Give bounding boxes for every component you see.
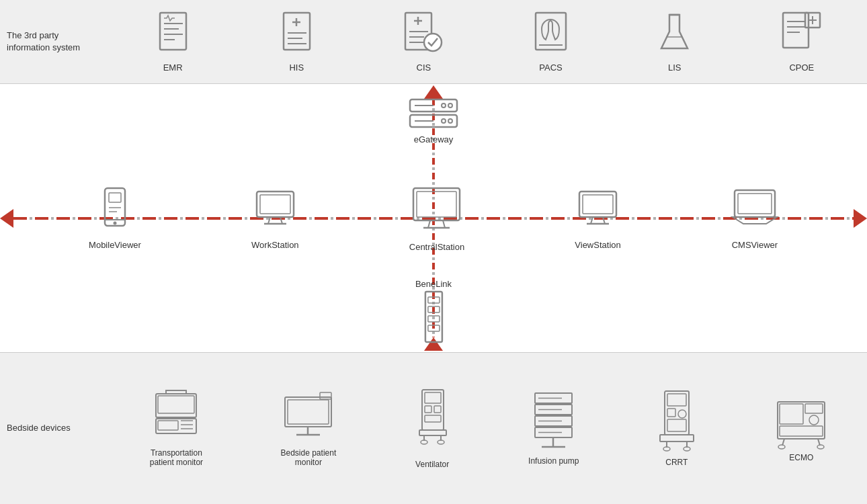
arrow-left-icon bbox=[0, 209, 13, 228]
svg-rect-18 bbox=[536, 13, 566, 50]
svg-point-115 bbox=[778, 445, 785, 449]
cis-icon bbox=[402, 11, 446, 58]
svg-point-35 bbox=[442, 119, 446, 123]
workstation-icon bbox=[253, 186, 297, 233]
svg-point-34 bbox=[448, 119, 452, 123]
svg-rect-100 bbox=[667, 409, 675, 417]
egateway-label: eGateway bbox=[414, 134, 454, 144]
svg-rect-109 bbox=[780, 404, 803, 424]
cpoe-label: CPOE bbox=[789, 62, 814, 73]
middle-section: eGateway BeneLink M bbox=[0, 84, 867, 353]
top-section: The 3rd partyinformation system EMR bbox=[0, 0, 867, 84]
cis-label: CIS bbox=[417, 62, 431, 73]
cms-viewer-label: CMSViewer bbox=[732, 240, 778, 250]
mobile-viewer-label: MobileViewer bbox=[89, 240, 141, 250]
icon-ventilator: Ventilator bbox=[414, 388, 451, 469]
svg-rect-73 bbox=[285, 397, 331, 427]
svg-rect-63 bbox=[735, 190, 775, 217]
svg-rect-103 bbox=[660, 435, 694, 442]
emr-label: EMR bbox=[163, 62, 183, 73]
svg-line-56 bbox=[443, 220, 445, 228]
icon-item-cis: CIS bbox=[402, 11, 446, 73]
top-section-label: The 3rd partyinformation system bbox=[0, 30, 111, 54]
view-station-icon bbox=[576, 186, 620, 233]
workstation-label: WorkStation bbox=[251, 240, 299, 250]
lis-label: LIS bbox=[668, 62, 682, 73]
ecmo-icon bbox=[774, 395, 828, 449]
svg-rect-59 bbox=[583, 195, 613, 214]
egateway-icon bbox=[407, 96, 460, 133]
egateway-area: eGateway bbox=[407, 96, 460, 144]
bottom-section: Bedside devices Transportationpatient mo… bbox=[0, 353, 867, 504]
svg-rect-40 bbox=[428, 316, 440, 322]
icon-crrt: CRRT bbox=[657, 390, 697, 467]
svg-point-17 bbox=[424, 34, 442, 51]
svg-point-30 bbox=[448, 103, 452, 108]
lis-icon bbox=[656, 11, 693, 58]
svg-rect-78 bbox=[422, 390, 444, 430]
top-icons-row: EMR HIS bbox=[111, 11, 867, 73]
crrt-label: CRRT bbox=[665, 458, 688, 467]
icon-item-lis: LIS bbox=[656, 11, 693, 73]
mobile-viewer-icon bbox=[99, 186, 130, 233]
bedside-monitor-icon bbox=[283, 390, 333, 444]
svg-point-31 bbox=[442, 103, 446, 108]
his-icon bbox=[278, 11, 315, 58]
bottom-section-label: Bedside devices bbox=[0, 422, 111, 434]
icon-ecmo: ECMO bbox=[774, 395, 828, 462]
transport-monitor-icon bbox=[153, 390, 200, 444]
pacs-label: PACS bbox=[539, 62, 562, 73]
svg-rect-102 bbox=[667, 419, 686, 431]
icon-item-emr: EMR bbox=[155, 11, 192, 73]
infusion-pump-label: Infusion pump bbox=[528, 456, 579, 466]
svg-point-44 bbox=[114, 222, 117, 225]
svg-rect-112 bbox=[780, 426, 823, 436]
svg-rect-83 bbox=[419, 430, 446, 435]
svg-rect-38 bbox=[428, 297, 440, 303]
view-station-label: ViewStation bbox=[575, 240, 620, 250]
benelink-icon bbox=[419, 292, 449, 345]
benelink-area: BeneLink bbox=[415, 279, 452, 345]
svg-rect-41 bbox=[428, 325, 440, 331]
svg-rect-110 bbox=[805, 404, 823, 413]
svg-rect-79 bbox=[425, 392, 441, 403]
svg-rect-81 bbox=[434, 406, 441, 413]
svg-rect-67 bbox=[158, 396, 194, 413]
icon-item-his: HIS bbox=[278, 11, 315, 73]
benelink-label: BeneLink bbox=[415, 279, 452, 289]
cms-viewer-icon bbox=[731, 186, 778, 233]
svg-rect-58 bbox=[579, 192, 616, 217]
svg-point-116 bbox=[817, 445, 824, 449]
ventilator-icon bbox=[414, 388, 451, 456]
svg-rect-49 bbox=[260, 195, 290, 214]
svg-point-101 bbox=[678, 410, 686, 418]
his-label: HIS bbox=[289, 62, 304, 73]
ecmo-label: ECMO bbox=[789, 453, 813, 462]
svg-rect-42 bbox=[105, 188, 125, 226]
icon-infusion-pump: Infusion pump bbox=[528, 392, 579, 466]
svg-rect-77 bbox=[320, 392, 331, 399]
ventilator-label: Ventilator bbox=[415, 460, 449, 469]
bedside-monitor-label: Bedside patientmonitor bbox=[281, 448, 337, 467]
crrt-icon bbox=[657, 390, 697, 454]
svg-rect-108 bbox=[778, 402, 825, 439]
transport-monitor-label: Transportationpatient monitor bbox=[150, 448, 203, 467]
bottom-icons-row: Transportationpatient monitor Bedside pa… bbox=[111, 388, 867, 469]
svg-rect-39 bbox=[428, 306, 440, 312]
svg-rect-99 bbox=[667, 394, 686, 406]
icon-transport-monitor: Transportationpatient monitor bbox=[150, 390, 203, 467]
icon-bedside-monitor: Bedside patientmonitor bbox=[281, 390, 337, 467]
svg-rect-82 bbox=[425, 415, 441, 422]
svg-rect-98 bbox=[665, 391, 689, 435]
arrow-right-icon bbox=[854, 209, 867, 228]
icon-item-pacs: PACS bbox=[532, 11, 569, 73]
svg-rect-45 bbox=[109, 193, 121, 202]
pacs-icon bbox=[532, 11, 569, 58]
infusion-pump-icon bbox=[532, 392, 575, 452]
svg-rect-74 bbox=[288, 400, 329, 424]
icon-item-cpoe: CPOE bbox=[780, 11, 823, 73]
svg-rect-69 bbox=[158, 421, 178, 430]
svg-rect-48 bbox=[257, 192, 294, 217]
svg-rect-80 bbox=[425, 406, 431, 413]
svg-rect-64 bbox=[738, 194, 772, 214]
